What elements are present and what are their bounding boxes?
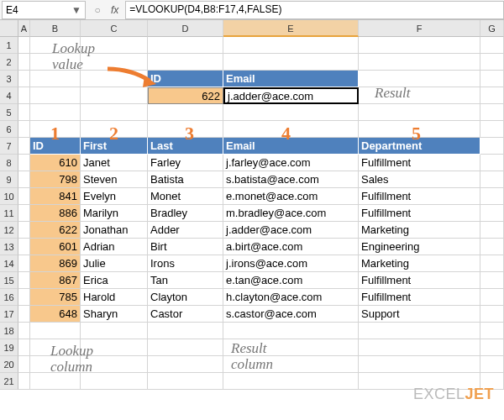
cell[interactable] <box>223 323 359 339</box>
table-cell-email[interactable]: m.bradley@ace.com <box>223 205 359 222</box>
table-cell-email[interactable]: j.adder@ace.com <box>223 222 359 239</box>
table-cell-first[interactable]: Marilyn <box>81 205 148 222</box>
cell[interactable] <box>480 155 504 171</box>
row-header[interactable]: 10 <box>0 188 18 205</box>
cell[interactable] <box>18 239 30 255</box>
cell[interactable] <box>18 356 30 373</box>
row-header[interactable]: 17 <box>0 306 18 323</box>
cell[interactable] <box>480 87 504 104</box>
table-cell-dept[interactable]: Fulfillment <box>359 289 480 306</box>
column-header[interactable]: B <box>30 20 81 37</box>
cell[interactable] <box>359 37 480 54</box>
cell[interactable] <box>18 289 30 306</box>
table-cell-first[interactable]: Erica <box>81 272 148 289</box>
cell[interactable] <box>18 323 30 339</box>
table-cell-id[interactable]: 610 <box>30 155 81 171</box>
cell[interactable] <box>359 104 480 121</box>
table-cell-last[interactable]: Tan <box>148 272 223 289</box>
cell[interactable] <box>359 339 480 356</box>
table-cell-email[interactable]: j.farley@ace.com <box>223 155 359 171</box>
table-cell-email[interactable]: s.castor@ace.com <box>223 306 359 323</box>
cell[interactable] <box>223 373 359 390</box>
table-cell-dept[interactable]: Support <box>359 306 480 323</box>
table-cell-email[interactable]: a.birt@ace.com <box>223 239 359 255</box>
table-cell-email[interactable]: h.clayton@ace.com <box>223 289 359 306</box>
table-cell-last[interactable]: Castor <box>148 306 223 323</box>
table-cell-first[interactable]: Evelyn <box>81 188 148 205</box>
table-cell-first[interactable]: Adrian <box>81 239 148 255</box>
cell[interactable] <box>30 87 81 104</box>
cell[interactable] <box>18 205 30 222</box>
row-header[interactable]: 11 <box>0 205 18 222</box>
table-cell-id[interactable]: 867 <box>30 272 81 289</box>
cell[interactable] <box>30 71 81 87</box>
cell[interactable] <box>480 37 504 54</box>
cell[interactable] <box>480 306 504 323</box>
table-cell-last[interactable]: Monet <box>148 188 223 205</box>
table-cell-email[interactable]: e.monet@ace.com <box>223 188 359 205</box>
column-header[interactable]: D <box>148 20 223 37</box>
circle-icon[interactable]: ○ <box>89 4 106 16</box>
cell[interactable] <box>480 239 504 255</box>
cell[interactable] <box>223 104 359 121</box>
cell[interactable] <box>30 104 81 121</box>
name-box[interactable]: E4 ▼ <box>2 1 86 19</box>
cell[interactable] <box>18 171 30 188</box>
table-header-email[interactable]: Email <box>223 138 359 155</box>
row-header[interactable]: 16 <box>0 289 18 306</box>
table-cell-id[interactable]: 869 <box>30 255 81 272</box>
cell[interactable] <box>18 339 30 356</box>
column-header[interactable]: C <box>81 20 148 37</box>
name-box-dropdown-icon[interactable]: ▼ <box>71 4 81 16</box>
table-cell-dept[interactable]: Engineering <box>359 239 480 255</box>
fx-icon[interactable]: fx <box>108 4 122 16</box>
cell[interactable] <box>18 138 30 155</box>
row-header[interactable]: 4 <box>0 87 18 104</box>
table-cell-first[interactable]: Janet <box>81 155 148 171</box>
table-cell-dept[interactable]: Fulfillment <box>359 272 480 289</box>
row-header[interactable]: 18 <box>0 323 18 339</box>
row-header[interactable]: 7 <box>0 138 18 155</box>
cell[interactable] <box>148 104 223 121</box>
row-header[interactable]: 13 <box>0 239 18 255</box>
row-header[interactable]: 14 <box>0 255 18 272</box>
formula-input[interactable]: =VLOOKUP(D4,B8:F17,4,FALSE) <box>125 1 504 19</box>
row-header[interactable]: 12 <box>0 222 18 239</box>
table-cell-id[interactable]: 841 <box>30 188 81 205</box>
cell[interactable] <box>18 71 30 87</box>
cell[interactable] <box>480 323 504 339</box>
cell[interactable] <box>480 222 504 239</box>
cell[interactable] <box>223 121 359 138</box>
row-header[interactable]: 8 <box>0 155 18 171</box>
column-header[interactable]: A <box>18 20 30 37</box>
cell[interactable] <box>480 289 504 306</box>
table-cell-email[interactable]: e.tan@ace.com <box>223 272 359 289</box>
table-cell-first[interactable]: Harold <box>81 289 148 306</box>
row-header[interactable]: 3 <box>0 71 18 87</box>
cell[interactable] <box>480 104 504 121</box>
cell[interactable] <box>480 171 504 188</box>
cell[interactable] <box>480 356 504 373</box>
table-cell-last[interactable]: Birt <box>148 239 223 255</box>
cell[interactable] <box>480 121 504 138</box>
cell[interactable] <box>480 272 504 289</box>
cells[interactable]: IDEmail622j.adder@ace.comIDFirstLastEmai… <box>18 37 504 390</box>
cell[interactable] <box>18 121 30 138</box>
cell[interactable] <box>18 272 30 289</box>
table-cell-dept[interactable]: Fulfillment <box>359 155 480 171</box>
row-header[interactable]: 21 <box>0 373 18 390</box>
table-cell-first[interactable]: Steven <box>81 171 148 188</box>
cell[interactable] <box>148 339 223 356</box>
cell[interactable] <box>480 188 504 205</box>
cell[interactable] <box>480 54 504 71</box>
table-cell-first[interactable]: Jonathan <box>81 222 148 239</box>
row-header[interactable]: 9 <box>0 171 18 188</box>
row-header[interactable]: 20 <box>0 356 18 373</box>
cell[interactable] <box>18 104 30 121</box>
table-cell-last[interactable]: Clayton <box>148 289 223 306</box>
cell[interactable] <box>480 138 504 155</box>
table-cell-id[interactable]: 798 <box>30 171 81 188</box>
column-header[interactable]: G <box>480 20 504 37</box>
row-header[interactable]: 6 <box>0 121 18 138</box>
cell[interactable] <box>359 54 480 71</box>
